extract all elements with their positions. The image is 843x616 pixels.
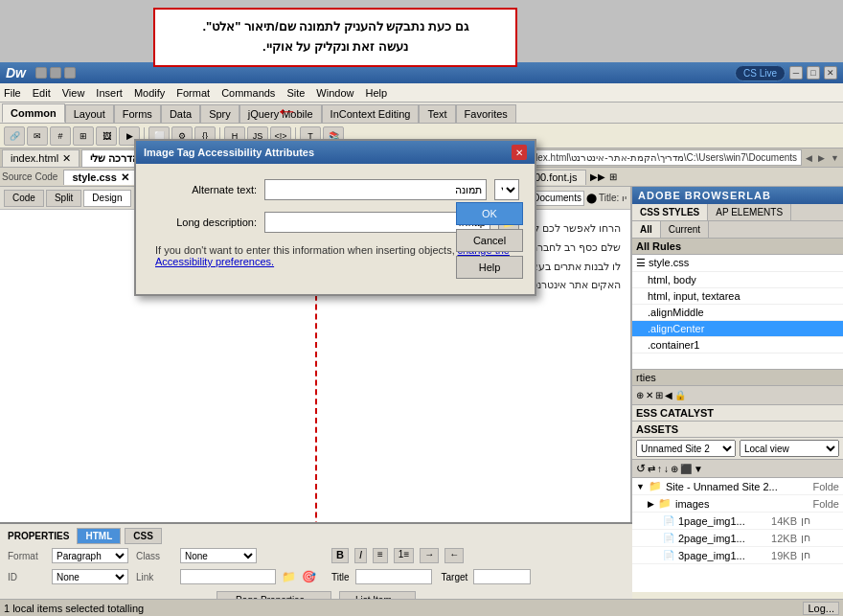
ok-button[interactable]: OK [456, 202, 523, 225]
link-browse-icon[interactable]: 📁 [282, 570, 296, 583]
refresh-icon[interactable]: ↺ [636, 462, 646, 475]
menu-site[interactable]: Site [286, 87, 305, 99]
style-tabs-filter[interactable]: ⊞ [609, 171, 617, 182]
menu-view[interactable]: View [62, 87, 85, 99]
tab-incontext[interactable]: InContext Editing [322, 104, 420, 123]
link-target-icon[interactable]: 🎯 [302, 570, 316, 583]
prop-tool-4[interactable]: ◀ [665, 390, 672, 400]
expand-icon[interactable]: ⬛ [680, 464, 692, 474]
menu-help[interactable]: Help [365, 87, 387, 99]
menu-edit[interactable]: Edit [33, 87, 51, 99]
menu-file[interactable]: File [4, 87, 21, 99]
upload-icon[interactable]: ↑ [657, 464, 662, 474]
css-rule-input[interactable]: html, input, textarea [632, 288, 843, 305]
img1-icon: 📄 [663, 515, 674, 526]
menu-format[interactable]: Format [176, 87, 210, 99]
title-bar-right: CS Live ─ □ ✕ [735, 65, 837, 81]
cancel-button[interactable]: Cancel [456, 229, 523, 252]
site-dropdown[interactable]: Unnamed Site 2 [636, 440, 736, 457]
format-dropdown[interactable]: Paragraph [52, 548, 128, 563]
file-tab-menu[interactable]: ▼ [829, 153, 841, 163]
images-expand-icon: ▶ [648, 499, 654, 509]
filter-icon[interactable]: ▼ [694, 464, 703, 474]
id-dropdown[interactable]: None [52, 569, 128, 584]
view-btn-design[interactable]: Design [83, 190, 130, 207]
file-tab-arrow-right[interactable]: ▶ [816, 153, 827, 163]
ul-button[interactable]: ≡ [373, 548, 388, 563]
file-tree-img3[interactable]: 📄 3page_img1... 19KB חן [632, 547, 843, 564]
sync-icon[interactable]: ⊕ [671, 464, 678, 474]
file-tab-index-close[interactable]: ✕ [62, 152, 71, 165]
html-button[interactable]: HTML [77, 528, 121, 544]
outdent-button[interactable]: ← [444, 548, 464, 563]
tab-text[interactable]: Text [419, 104, 455, 123]
bold-button[interactable]: B [331, 548, 349, 563]
modal-close-button[interactable]: ✕ [512, 145, 527, 160]
css-rule-alignmiddle[interactable]: .alignMiddle [632, 305, 843, 321]
link-input[interactable] [180, 569, 276, 584]
tab-data[interactable]: Data [161, 104, 200, 123]
minimize-button[interactable]: ─ [789, 66, 803, 80]
tab-favorites[interactable]: Favorites [456, 104, 516, 123]
img2-icon: 📄 [663, 533, 674, 543]
log-button[interactable]: Log... [803, 602, 839, 615]
file-tree-img2[interactable]: 📄 2page_img1... 12KB חן [632, 530, 843, 547]
tab-current[interactable]: Current [661, 221, 709, 238]
tool-email[interactable]: ✉ [27, 126, 48, 146]
menu-insert[interactable]: Insert [96, 87, 123, 99]
tab-jquery-mobile[interactable]: jQuery Mobile [239, 104, 322, 123]
file-tab-arrow-left[interactable]: ◀ [804, 153, 814, 163]
source-code-label[interactable]: Source Code [2, 171, 57, 182]
menu-window[interactable]: Window [316, 87, 353, 99]
connect-icon[interactable]: ⇄ [648, 464, 655, 474]
menu-commands[interactable]: Commands [221, 87, 275, 99]
download-icon[interactable]: ↓ [664, 464, 669, 474]
view-btn-code[interactable]: Code [4, 190, 44, 207]
tab-forms[interactable]: Forms [114, 104, 161, 123]
tool-anchor[interactable]: # [50, 126, 71, 146]
alt-text-dropdown[interactable]: ▼ [494, 179, 519, 200]
prop-col1: Format Paragraph ID None [8, 548, 128, 587]
tool-hyperlink[interactable]: 🔗 [4, 126, 25, 146]
maximize-button[interactable]: □ [807, 66, 820, 80]
prop-tool-2[interactable]: ✕ [646, 390, 653, 400]
tab-layout[interactable]: Layout [65, 104, 114, 123]
file-tab-index[interactable]: index.html ✕ [2, 149, 80, 167]
file-tree-site[interactable]: ▼ 📁 Site - Unnamed Site 2... Folde [632, 478, 843, 495]
target-input[interactable] [473, 569, 531, 584]
style-tabs-more[interactable]: ▶▶ [590, 171, 605, 182]
cs-live-label[interactable]: CS Live [735, 65, 786, 81]
tab-ap-elements[interactable]: AP ELEMENTS [708, 204, 791, 220]
file-tree-images[interactable]: ▶ 📁 images Folde [632, 495, 843, 513]
tab-css-styles[interactable]: CSS STYLES [632, 204, 708, 220]
title-input[interactable] [355, 569, 432, 584]
css-rule-aligncenter[interactable]: .alignCenter [632, 321, 843, 337]
css-button[interactable]: CSS [125, 528, 162, 544]
tab-spry[interactable]: Spry [200, 104, 239, 123]
menu-modify[interactable]: Modify [134, 87, 165, 99]
class-dropdown[interactable]: None [180, 548, 257, 563]
view-dropdown[interactable]: Local view [740, 440, 839, 457]
css-rule-htmlbody[interactable]: html, body [632, 272, 843, 288]
close-button[interactable]: ✕ [824, 66, 837, 80]
style-tab-css[interactable]: style.css✕ [63, 170, 137, 185]
file-tree-img1[interactable]: 📄 1page_img1... 14KB חן [632, 513, 843, 530]
indent-button[interactable]: → [420, 548, 439, 563]
help-button[interactable]: Help [456, 256, 523, 279]
tool-image[interactable]: 🖼 [96, 126, 117, 146]
address-go-icon[interactable]: ⬤ [586, 193, 597, 203]
tool-table[interactable]: ⊞ [73, 126, 94, 146]
alt-text-input[interactable] [264, 179, 487, 200]
img2-type: חן [801, 532, 839, 544]
css-rule-container[interactable]: .container1 [632, 337, 843, 354]
css-rule-stylecss[interactable]: ☰ style.css [632, 255, 843, 272]
prop-tool-3[interactable]: ⊞ [655, 390, 663, 400]
italic-button[interactable]: I [354, 548, 367, 563]
tab-all[interactable]: All [632, 221, 661, 238]
prop-tool-5[interactable]: 🔒 [674, 390, 686, 400]
prop-id-row: ID None [8, 569, 128, 584]
ol-button[interactable]: 1≡ [394, 548, 414, 563]
view-btn-split[interactable]: Split [46, 190, 81, 207]
tab-common[interactable]: Common [2, 103, 65, 123]
prop-tool-1[interactable]: ⊕ [636, 390, 644, 400]
